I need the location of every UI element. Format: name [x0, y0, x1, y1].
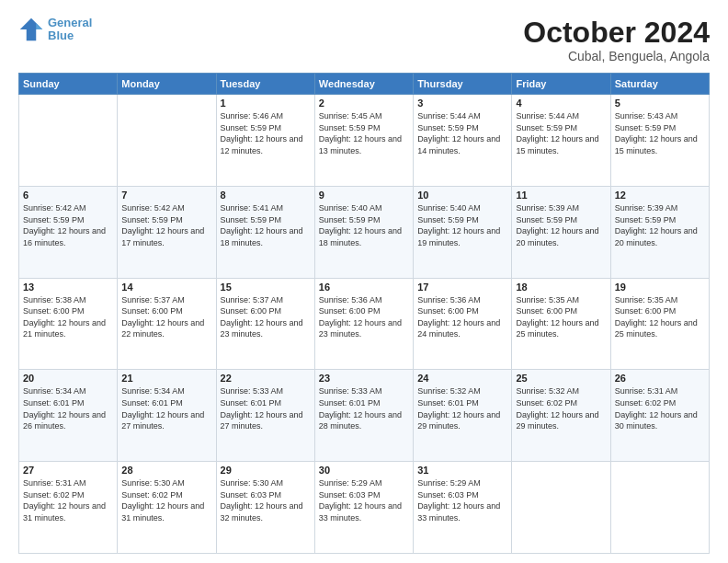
calendar-cell: [19, 95, 118, 187]
days-header-row: SundayMondayTuesdayWednesdayThursdayFrid…: [19, 74, 710, 95]
day-number: 17: [417, 282, 507, 293]
day-info: Sunrise: 5:44 AM Sunset: 5:59 PM Dayligh…: [516, 110, 606, 156]
day-info: Sunrise: 5:41 AM Sunset: 5:59 PM Dayligh…: [221, 202, 311, 248]
day-number: 8: [221, 190, 311, 201]
day-header-monday: Monday: [118, 74, 216, 95]
calendar-cell: 5Sunrise: 5:43 AM Sunset: 5:59 PM Daylig…: [610, 95, 709, 187]
title-block: October 2024 Cubal, Benguela, Angola: [523, 17, 710, 63]
calendar-cell: 24Sunrise: 5:32 AM Sunset: 6:01 PM Dayli…: [414, 370, 512, 462]
day-number: 6: [23, 190, 113, 201]
calendar-cell: 14Sunrise: 5:37 AM Sunset: 6:00 PM Dayli…: [118, 278, 216, 370]
calendar-cell: 15Sunrise: 5:37 AM Sunset: 6:00 PM Dayli…: [216, 278, 314, 370]
day-number: 1: [221, 98, 311, 109]
day-number: 25: [516, 373, 606, 384]
day-info: Sunrise: 5:43 AM Sunset: 5:59 PM Dayligh…: [615, 110, 705, 156]
day-info: Sunrise: 5:33 AM Sunset: 6:01 PM Dayligh…: [319, 385, 409, 431]
day-number: 29: [221, 465, 311, 476]
day-info: Sunrise: 5:46 AM Sunset: 5:59 PM Dayligh…: [221, 110, 311, 156]
logo-line1: General: [48, 16, 92, 29]
day-number: 31: [417, 465, 507, 476]
day-info: Sunrise: 5:42 AM Sunset: 5:59 PM Dayligh…: [121, 202, 211, 248]
day-header-friday: Friday: [512, 74, 610, 95]
calendar-cell: 25Sunrise: 5:32 AM Sunset: 6:02 PM Dayli…: [512, 370, 610, 462]
day-number: 4: [516, 98, 606, 109]
calendar-cell: 11Sunrise: 5:39 AM Sunset: 5:59 PM Dayli…: [512, 186, 610, 278]
day-number: 13: [23, 282, 113, 293]
day-info: Sunrise: 5:32 AM Sunset: 6:02 PM Dayligh…: [516, 385, 606, 431]
day-info: Sunrise: 5:45 AM Sunset: 5:59 PM Dayligh…: [319, 110, 409, 156]
day-info: Sunrise: 5:40 AM Sunset: 5:59 PM Dayligh…: [319, 202, 409, 248]
day-info: Sunrise: 5:36 AM Sunset: 6:00 PM Dayligh…: [417, 294, 507, 340]
day-number: 22: [221, 373, 311, 384]
calendar-cell: 10Sunrise: 5:40 AM Sunset: 5:59 PM Dayli…: [414, 186, 512, 278]
calendar-cell: 13Sunrise: 5:38 AM Sunset: 6:00 PM Dayli…: [19, 278, 118, 370]
day-info: Sunrise: 5:29 AM Sunset: 6:03 PM Dayligh…: [319, 477, 409, 523]
week-row-1: 1Sunrise: 5:46 AM Sunset: 5:59 PM Daylig…: [19, 95, 710, 187]
day-number: 9: [319, 190, 409, 201]
day-info: Sunrise: 5:39 AM Sunset: 5:59 PM Dayligh…: [615, 202, 705, 248]
day-number: 11: [516, 190, 606, 201]
day-info: Sunrise: 5:34 AM Sunset: 6:01 PM Dayligh…: [121, 385, 211, 431]
calendar-cell: 22Sunrise: 5:33 AM Sunset: 6:01 PM Dayli…: [216, 370, 314, 462]
calendar: SundayMondayTuesdayWednesdayThursdayFrid…: [18, 73, 710, 554]
calendar-cell: 31Sunrise: 5:29 AM Sunset: 6:03 PM Dayli…: [414, 462, 512, 554]
calendar-cell: 4Sunrise: 5:44 AM Sunset: 5:59 PM Daylig…: [512, 95, 610, 187]
day-info: Sunrise: 5:33 AM Sunset: 6:01 PM Dayligh…: [221, 385, 311, 431]
day-info: Sunrise: 5:29 AM Sunset: 6:03 PM Dayligh…: [417, 477, 507, 523]
day-info: Sunrise: 5:37 AM Sunset: 6:00 PM Dayligh…: [121, 294, 211, 340]
page: General Blue October 2024 Cubal, Benguel…: [0, 0, 728, 563]
calendar-cell: 8Sunrise: 5:41 AM Sunset: 5:59 PM Daylig…: [216, 186, 314, 278]
day-info: Sunrise: 5:34 AM Sunset: 6:01 PM Dayligh…: [23, 385, 113, 431]
logo-line2: Blue: [48, 29, 74, 42]
calendar-cell: 9Sunrise: 5:40 AM Sunset: 5:59 PM Daylig…: [314, 186, 413, 278]
logo: General Blue: [18, 17, 92, 43]
calendar-cell: 28Sunrise: 5:30 AM Sunset: 6:02 PM Dayli…: [118, 462, 216, 554]
day-info: Sunrise: 5:31 AM Sunset: 6:02 PM Dayligh…: [23, 477, 113, 523]
day-header-wednesday: Wednesday: [314, 74, 413, 95]
day-number: 23: [319, 373, 409, 384]
day-number: 12: [615, 190, 705, 201]
day-info: Sunrise: 5:39 AM Sunset: 5:59 PM Dayligh…: [516, 202, 606, 248]
day-number: 20: [23, 373, 113, 384]
calendar-cell: 27Sunrise: 5:31 AM Sunset: 6:02 PM Dayli…: [19, 462, 118, 554]
day-number: 15: [221, 282, 311, 293]
month-title: October 2024: [523, 17, 710, 49]
day-info: Sunrise: 5:35 AM Sunset: 6:00 PM Dayligh…: [516, 294, 606, 340]
calendar-cell: 1Sunrise: 5:46 AM Sunset: 5:59 PM Daylig…: [216, 95, 314, 187]
day-number: 21: [121, 373, 211, 384]
day-number: 16: [319, 282, 409, 293]
week-row-2: 6Sunrise: 5:42 AM Sunset: 5:59 PM Daylig…: [19, 186, 710, 278]
logo-icon: [18, 17, 44, 42]
calendar-cell: [610, 462, 709, 554]
calendar-cell: 16Sunrise: 5:36 AM Sunset: 6:00 PM Dayli…: [314, 278, 413, 370]
day-header-tuesday: Tuesday: [216, 74, 314, 95]
day-header-thursday: Thursday: [414, 74, 512, 95]
calendar-cell: 20Sunrise: 5:34 AM Sunset: 6:01 PM Dayli…: [19, 370, 118, 462]
day-info: Sunrise: 5:30 AM Sunset: 6:03 PM Dayligh…: [221, 477, 311, 523]
calendar-cell: 12Sunrise: 5:39 AM Sunset: 5:59 PM Dayli…: [610, 186, 709, 278]
day-number: 10: [417, 190, 507, 201]
calendar-cell: 29Sunrise: 5:30 AM Sunset: 6:03 PM Dayli…: [216, 462, 314, 554]
day-number: 2: [319, 98, 409, 109]
day-info: Sunrise: 5:31 AM Sunset: 6:02 PM Dayligh…: [615, 385, 705, 431]
day-header-saturday: Saturday: [610, 74, 709, 95]
day-number: 27: [23, 465, 113, 476]
calendar-cell: 7Sunrise: 5:42 AM Sunset: 5:59 PM Daylig…: [118, 186, 216, 278]
day-number: 24: [417, 373, 507, 384]
calendar-cell: 18Sunrise: 5:35 AM Sunset: 6:00 PM Dayli…: [512, 278, 610, 370]
logo-text: General Blue: [48, 17, 92, 43]
day-info: Sunrise: 5:32 AM Sunset: 6:01 PM Dayligh…: [417, 385, 507, 431]
week-row-4: 20Sunrise: 5:34 AM Sunset: 6:01 PM Dayli…: [19, 370, 710, 462]
day-number: 30: [319, 465, 409, 476]
calendar-cell: [512, 462, 610, 554]
day-number: 19: [615, 282, 705, 293]
week-row-3: 13Sunrise: 5:38 AM Sunset: 6:00 PM Dayli…: [19, 278, 710, 370]
calendar-cell: 23Sunrise: 5:33 AM Sunset: 6:01 PM Dayli…: [314, 370, 413, 462]
day-number: 26: [615, 373, 705, 384]
day-info: Sunrise: 5:36 AM Sunset: 6:00 PM Dayligh…: [319, 294, 409, 340]
day-number: 3: [417, 98, 507, 109]
day-info: Sunrise: 5:42 AM Sunset: 5:59 PM Dayligh…: [23, 202, 113, 248]
week-row-5: 27Sunrise: 5:31 AM Sunset: 6:02 PM Dayli…: [19, 462, 710, 554]
day-info: Sunrise: 5:37 AM Sunset: 6:00 PM Dayligh…: [221, 294, 311, 340]
calendar-cell: [118, 95, 216, 187]
